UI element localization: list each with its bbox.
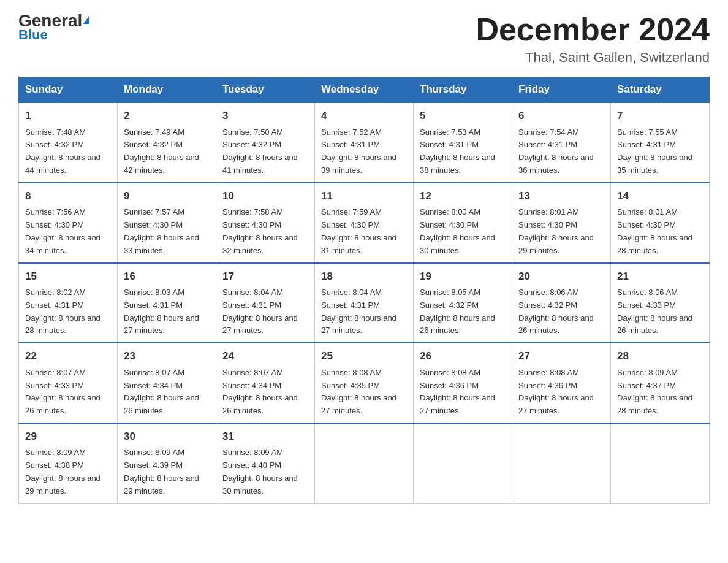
logo: General Blue [18, 12, 89, 43]
calendar-cell: 23Sunrise: 8:07 AMSunset: 4:34 PMDayligh… [118, 343, 216, 423]
day-info: Sunrise: 8:03 AMSunset: 4:31 PMDaylight:… [124, 286, 210, 337]
calendar-cell: 2Sunrise: 7:49 AMSunset: 4:32 PMDaylight… [118, 102, 216, 183]
day-number: 8 [25, 188, 111, 204]
day-number: 15 [25, 269, 111, 285]
header-thursday: Thursday [414, 77, 512, 103]
calendar-cell: 21Sunrise: 8:06 AMSunset: 4:33 PMDayligh… [611, 263, 710, 343]
day-number: 4 [321, 108, 407, 124]
calendar-cell: 9Sunrise: 7:57 AMSunset: 4:30 PMDaylight… [118, 183, 216, 263]
calendar-cell: 3Sunrise: 7:50 AMSunset: 4:32 PMDaylight… [216, 102, 315, 183]
day-number: 7 [617, 108, 703, 124]
calendar-cell: 25Sunrise: 8:08 AMSunset: 4:35 PMDayligh… [315, 343, 414, 423]
day-number: 11 [321, 188, 407, 204]
day-number: 20 [518, 269, 604, 285]
day-info: Sunrise: 7:59 AMSunset: 4:30 PMDaylight:… [321, 206, 407, 257]
calendar-cell: 11Sunrise: 7:59 AMSunset: 4:30 PMDayligh… [315, 183, 414, 263]
calendar-cell: 1Sunrise: 7:48 AMSunset: 4:32 PMDaylight… [19, 102, 118, 183]
header-wednesday: Wednesday [315, 77, 414, 103]
day-info: Sunrise: 8:05 AMSunset: 4:32 PMDaylight:… [420, 286, 506, 337]
calendar-cell: 4Sunrise: 7:52 AMSunset: 4:31 PMDaylight… [315, 102, 414, 183]
day-number: 24 [222, 348, 308, 364]
day-info: Sunrise: 7:56 AMSunset: 4:30 PMDaylight:… [25, 206, 111, 257]
day-info: Sunrise: 8:04 AMSunset: 4:31 PMDaylight:… [321, 286, 407, 337]
day-number: 12 [420, 188, 506, 204]
day-info: Sunrise: 7:52 AMSunset: 4:31 PMDaylight:… [321, 126, 407, 177]
calendar-cell: 8Sunrise: 7:56 AMSunset: 4:30 PMDaylight… [19, 183, 118, 263]
day-number: 13 [518, 188, 604, 204]
day-number: 16 [124, 269, 210, 285]
day-info: Sunrise: 7:55 AMSunset: 4:31 PMDaylight:… [617, 126, 703, 177]
day-number: 2 [124, 108, 210, 124]
calendar-cell: 5Sunrise: 7:53 AMSunset: 4:31 PMDaylight… [414, 102, 512, 183]
calendar-table: SundayMondayTuesdayWednesdayThursdayFrid… [18, 77, 710, 504]
day-info: Sunrise: 8:07 AMSunset: 4:34 PMDaylight:… [124, 367, 210, 418]
day-number: 9 [124, 188, 210, 204]
calendar-cell: 12Sunrise: 8:00 AMSunset: 4:30 PMDayligh… [414, 183, 512, 263]
day-number: 22 [25, 348, 111, 364]
calendar-cell [611, 423, 710, 504]
day-info: Sunrise: 8:09 AMSunset: 4:38 PMDaylight:… [25, 446, 111, 497]
calendar-cell: 29Sunrise: 8:09 AMSunset: 4:38 PMDayligh… [19, 423, 118, 504]
calendar-cell: 18Sunrise: 8:04 AMSunset: 4:31 PMDayligh… [315, 263, 414, 343]
header-tuesday: Tuesday [216, 77, 315, 103]
calendar-week-row: 29Sunrise: 8:09 AMSunset: 4:38 PMDayligh… [19, 423, 710, 504]
calendar-cell: 26Sunrise: 8:08 AMSunset: 4:36 PMDayligh… [414, 343, 512, 423]
day-info: Sunrise: 7:58 AMSunset: 4:30 PMDaylight:… [222, 206, 308, 257]
calendar-cell: 13Sunrise: 8:01 AMSunset: 4:30 PMDayligh… [512, 183, 611, 263]
calendar-header-row: SundayMondayTuesdayWednesdayThursdayFrid… [19, 77, 710, 103]
calendar-cell: 7Sunrise: 7:55 AMSunset: 4:31 PMDaylight… [611, 102, 710, 183]
calendar-cell: 15Sunrise: 8:02 AMSunset: 4:31 PMDayligh… [19, 263, 118, 343]
day-number: 3 [222, 108, 308, 124]
day-info: Sunrise: 7:53 AMSunset: 4:31 PMDaylight:… [420, 126, 506, 177]
day-info: Sunrise: 8:06 AMSunset: 4:33 PMDaylight:… [617, 286, 703, 337]
day-number: 25 [321, 348, 407, 364]
day-number: 26 [420, 348, 506, 364]
day-number: 17 [222, 269, 308, 285]
calendar-cell: 28Sunrise: 8:09 AMSunset: 4:37 PMDayligh… [611, 343, 710, 423]
day-number: 5 [420, 108, 506, 124]
day-info: Sunrise: 8:07 AMSunset: 4:33 PMDaylight:… [25, 367, 111, 418]
calendar-cell: 16Sunrise: 8:03 AMSunset: 4:31 PMDayligh… [118, 263, 216, 343]
calendar-week-row: 8Sunrise: 7:56 AMSunset: 4:30 PMDaylight… [19, 183, 710, 263]
calendar-cell: 22Sunrise: 8:07 AMSunset: 4:33 PMDayligh… [19, 343, 118, 423]
calendar-week-row: 15Sunrise: 8:02 AMSunset: 4:31 PMDayligh… [19, 263, 710, 343]
calendar-cell: 6Sunrise: 7:54 AMSunset: 4:31 PMDaylight… [512, 102, 611, 183]
calendar-cell [414, 423, 512, 504]
day-info: Sunrise: 7:48 AMSunset: 4:32 PMDaylight:… [25, 126, 111, 177]
day-info: Sunrise: 8:08 AMSunset: 4:36 PMDaylight:… [420, 367, 506, 418]
calendar-title: December 2024 [476, 12, 710, 47]
day-info: Sunrise: 8:09 AMSunset: 4:37 PMDaylight:… [617, 367, 703, 418]
header-saturday: Saturday [611, 77, 710, 103]
calendar-cell: 19Sunrise: 8:05 AMSunset: 4:32 PMDayligh… [414, 263, 512, 343]
calendar-cell: 14Sunrise: 8:01 AMSunset: 4:30 PMDayligh… [611, 183, 710, 263]
day-number: 14 [617, 188, 703, 204]
calendar-cell: 24Sunrise: 8:07 AMSunset: 4:34 PMDayligh… [216, 343, 315, 423]
day-number: 1 [25, 108, 111, 124]
calendar-subtitle: Thal, Saint Gallen, Switzerland [476, 50, 710, 66]
day-info: Sunrise: 7:49 AMSunset: 4:32 PMDaylight:… [124, 126, 210, 177]
logo-blue: Blue [18, 27, 48, 43]
title-block: December 2024 Thal, Saint Gallen, Switze… [476, 12, 710, 66]
page-header: General Blue December 2024 Thal, Saint G… [18, 12, 710, 66]
calendar-cell: 10Sunrise: 7:58 AMSunset: 4:30 PMDayligh… [216, 183, 315, 263]
day-info: Sunrise: 8:00 AMSunset: 4:30 PMDaylight:… [420, 206, 506, 257]
day-number: 19 [420, 269, 506, 285]
day-info: Sunrise: 8:01 AMSunset: 4:30 PMDaylight:… [518, 206, 604, 257]
day-number: 6 [518, 108, 604, 124]
day-number: 27 [518, 348, 604, 364]
day-info: Sunrise: 7:57 AMSunset: 4:30 PMDaylight:… [124, 206, 210, 257]
header-monday: Monday [118, 77, 216, 103]
header-sunday: Sunday [19, 77, 118, 103]
day-number: 31 [222, 429, 308, 445]
calendar-week-row: 22Sunrise: 8:07 AMSunset: 4:33 PMDayligh… [19, 343, 710, 423]
calendar-cell: 30Sunrise: 8:09 AMSunset: 4:39 PMDayligh… [118, 423, 216, 504]
day-number: 29 [25, 429, 111, 445]
day-info: Sunrise: 8:08 AMSunset: 4:35 PMDaylight:… [321, 367, 407, 418]
day-info: Sunrise: 8:04 AMSunset: 4:31 PMDaylight:… [222, 286, 308, 337]
header-friday: Friday [512, 77, 611, 103]
day-number: 28 [617, 348, 703, 364]
day-info: Sunrise: 8:09 AMSunset: 4:40 PMDaylight:… [222, 446, 308, 497]
day-info: Sunrise: 8:07 AMSunset: 4:34 PMDaylight:… [222, 367, 308, 418]
calendar-cell: 27Sunrise: 8:08 AMSunset: 4:36 PMDayligh… [512, 343, 611, 423]
day-number: 23 [124, 348, 210, 364]
